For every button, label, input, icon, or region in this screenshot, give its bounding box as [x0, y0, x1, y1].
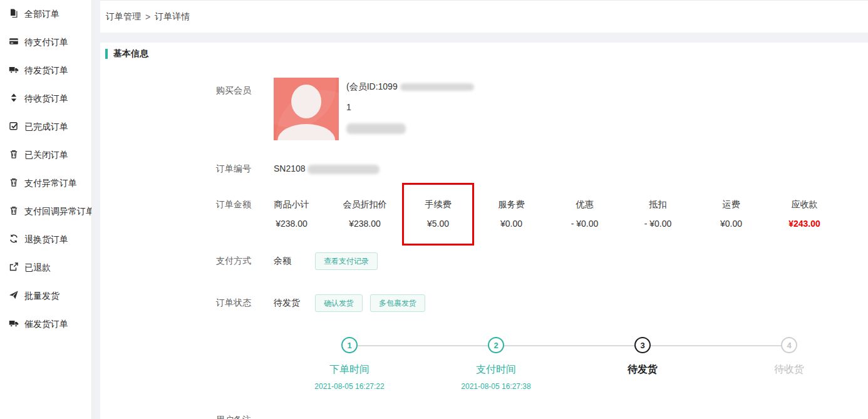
order-sidebar: 全部订单 待支付订单 待发货订单 待收货订单 已完成订单 已关闭订单 支付异常订… — [0, 0, 92, 419]
section-title-accent-bar — [105, 49, 108, 59]
redacted-member-name — [400, 83, 474, 91]
payment-method-label: 支付方式 — [216, 256, 274, 267]
avatar-head-shape — [291, 85, 321, 118]
order-number-value: SN2108 — [274, 163, 380, 175]
pending-shipment-icon — [9, 65, 19, 76]
amount-col-member-discount: 会员折扣价 ¥238.00 — [328, 199, 401, 229]
sidebar-item-label: 支付回调异常订单 — [24, 206, 92, 217]
payment-callback-exception-icon — [9, 205, 19, 217]
breadcrumb-order-detail: 订单详情 — [155, 11, 190, 23]
sidebar-item-closed-orders[interactable]: 已关闭订单 — [0, 141, 91, 169]
payment-exception-icon — [9, 177, 19, 189]
sidebar-item-return-exchange[interactable]: 退换货订单 — [0, 225, 91, 254]
payment-method-value: 余额 — [274, 256, 315, 267]
timeline-step-2-label: 支付时间 — [476, 363, 516, 376]
amount-col-freight: 运费 ¥0.00 — [695, 199, 768, 229]
completed-orders-icon — [9, 121, 19, 133]
redacted-member-phone — [346, 123, 406, 134]
order-status-value: 待发货 — [274, 297, 315, 309]
sidebar-item-label: 全部订单 — [24, 9, 59, 20]
member-info: (会员ID:1099 1 — [346, 78, 474, 143]
timeline-step-pending-ship: 3 待发货 — [569, 337, 716, 391]
sidebar-item-label: 待支付订单 — [24, 37, 68, 48]
section-title-text: 基本信息 — [113, 48, 148, 59]
order-amount-label: 订单金额 — [216, 199, 255, 229]
sidebar-item-pending-shipment[interactable]: 待发货订单 — [0, 56, 91, 85]
sidebar-item-label: 已退款 — [24, 262, 51, 274]
section-title: 基本信息 — [105, 49, 868, 59]
refunded-icon — [9, 262, 19, 274]
sidebar-item-batch-shipment[interactable]: 批量发货 — [0, 282, 91, 310]
confirm-ship-button[interactable]: 确认发货 — [315, 294, 363, 312]
member-label: 购买会员 — [216, 78, 274, 143]
sidebar-item-label: 退换货订单 — [24, 234, 68, 246]
sidebar-item-urge-shipment[interactable]: 催发货订单 — [0, 310, 91, 338]
timeline-step-ordered: 1 下单时间 2021-08-05 16:27:22 — [276, 337, 423, 391]
pending-payment-icon — [9, 36, 19, 48]
all-orders-icon — [9, 8, 19, 20]
timeline-step-1-label: 下单时间 — [329, 363, 369, 376]
amount-col-deduction: 抵扣 - ¥0.00 — [621, 199, 695, 229]
timeline-step-1-circle: 1 — [341, 337, 358, 353]
pending-receipt-icon — [9, 93, 19, 105]
timeline-step-3-circle: 3 — [634, 337, 651, 353]
breadcrumb-order-management[interactable]: 订单管理 — [106, 11, 141, 23]
member-id-line: (会员ID:1099 — [346, 81, 474, 93]
order-amount-row: 订单金额 商品小计 ¥238.00 会员折扣价 ¥238.00 手续费 ¥5.0… — [216, 199, 868, 229]
member-line3 — [346, 122, 474, 134]
amount-col-handling-fee: 手续费 ¥5.00 — [401, 199, 475, 229]
closed-orders-icon — [9, 149, 19, 161]
basic-info-panel: 基本信息 购买会员 (会员ID:1099 1 订单 — [100, 43, 868, 419]
member-avatar — [274, 78, 339, 140]
order-status-row: 订单状态 待发货 确认发货 多包裹发货 — [216, 294, 868, 312]
sidebar-item-label: 已关闭订单 — [24, 150, 68, 161]
amount-col-service-fee: 服务费 ¥0.00 — [475, 199, 548, 229]
timeline-step-3-label: 待发货 — [628, 363, 658, 376]
timeline-step-2-circle: 2 — [488, 337, 504, 353]
amount-col-receivable: 应收款 ¥243.00 — [768, 199, 841, 229]
order-number-label: 订单编号 — [216, 163, 274, 175]
sidebar-item-label: 待发货订单 — [24, 65, 68, 76]
member-id-text: (会员ID:1099 — [346, 81, 398, 91]
batch-shipment-icon — [9, 290, 19, 302]
view-payment-records-button[interactable]: 查看支付记录 — [315, 252, 378, 270]
sidebar-item-refunded[interactable]: 已退款 — [0, 254, 91, 282]
user-remarks-label: 用户备注 — [216, 415, 274, 419]
member-row: 购买会员 (会员ID:1099 1 — [216, 78, 868, 143]
sidebar-item-label: 待收货订单 — [24, 93, 68, 105]
sidebar-item-all-orders[interactable]: 全部订单 — [0, 0, 91, 28]
order-number-prefix: SN2108 — [274, 163, 306, 173]
payment-method-row: 支付方式 余额 查看支付记录 — [216, 252, 868, 270]
urge-shipment-icon — [9, 318, 19, 330]
sidebar-item-pending-receipt[interactable]: 待收货订单 — [0, 85, 91, 113]
amount-col-coupon: 优惠 - ¥0.00 — [548, 199, 621, 229]
timeline-step-2-date: 2021-08-05 16:27:38 — [461, 382, 530, 391]
order-status-label: 订单状态 — [216, 297, 274, 309]
member-line2: 1 — [346, 101, 474, 113]
sidebar-item-completed-orders[interactable]: 已完成订单 — [0, 113, 91, 141]
return-exchange-icon — [9, 234, 19, 246]
timeline-step-paid: 2 支付时间 2021-08-05 16:27:38 — [423, 337, 569, 391]
timeline-step-4-label: 待收货 — [774, 363, 804, 376]
amount-columns: 商品小计 ¥238.00 会员折扣价 ¥238.00 手续费 ¥5.00 服务费… — [255, 199, 841, 229]
sidebar-item-label: 已完成订单 — [24, 122, 68, 133]
highlight-box — [402, 183, 474, 246]
redacted-order-number — [307, 165, 380, 174]
sidebar-item-payment-exception[interactable]: 支付异常订单 — [0, 169, 91, 197]
timeline-step-4-circle: 4 — [781, 337, 797, 353]
user-remarks-row: 用户备注 — [216, 415, 868, 419]
breadcrumb: 订单管理 > 订单详情 — [100, 0, 868, 33]
breadcrumb-separator: > — [145, 12, 150, 22]
sidebar-item-label: 批量发货 — [24, 291, 59, 302]
amount-col-goods-subtotal: 商品小计 ¥238.00 — [255, 199, 328, 229]
sidebar-item-label: 催发货订单 — [24, 319, 68, 330]
main-area: 订单管理 > 订单详情 基本信息 购买会员 (会员ID:1099 1 — [100, 0, 868, 419]
timeline-step-1-date: 2021-08-05 16:27:22 — [314, 382, 384, 391]
sidebar-item-pending-payment[interactable]: 待支付订单 — [0, 28, 91, 56]
sidebar-item-payment-callback-exception[interactable]: 支付回调异常订单 — [0, 197, 91, 225]
order-number-row: 订单编号 SN2108 — [216, 163, 868, 175]
timeline-step-pending-receive: 4 待收货 — [716, 337, 862, 391]
multi-package-ship-button[interactable]: 多包裹发货 — [370, 294, 425, 312]
sidebar-item-label: 支付异常订单 — [24, 178, 77, 189]
order-progress-timeline: 1 下单时间 2021-08-05 16:27:22 2 支付时间 2021-0… — [276, 337, 862, 391]
